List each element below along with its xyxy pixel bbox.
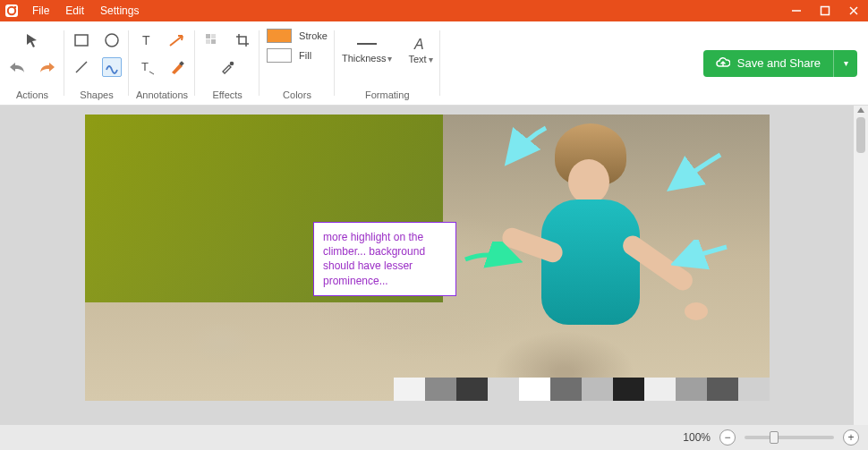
svg-line-9 [76,62,87,72]
svg-point-8 [106,34,118,47]
workspace: more highlight on the climber... backgro… [0,106,868,450]
svg-point-17 [230,62,234,66]
save-share-main[interactable]: Save and Share [703,50,834,77]
scroll-up-icon[interactable] [856,106,865,115]
highlighter-tool-icon[interactable] [167,57,187,77]
zoom-value: 100% [683,431,711,444]
save-share-dropdown[interactable]: ▾ [834,50,857,77]
window-controls [782,0,868,21]
save-share-label: Save and Share [737,56,821,70]
group-effects: Effects [195,21,260,105]
group-label-colors: Colors [283,88,311,103]
eyedropper-icon[interactable] [217,57,237,77]
menu-bar: File Edit Settings [25,2,146,20]
ribbon-toolbar: Actions Shapes T T Annotations [0,21,868,106]
svg-rect-16 [211,39,216,44]
group-label-formatting: Formating [365,88,410,103]
menu-settings[interactable]: Settings [93,2,146,20]
status-bar: 100% − + [0,425,868,450]
scroll-thumb[interactable] [856,117,865,153]
text-tool-icon[interactable]: T [137,30,157,50]
group-colors: Stroke Fill Colors [260,21,335,105]
group-actions: Actions [0,21,64,105]
crop-effect-icon[interactable] [233,30,252,50]
text-format-label: Text [408,54,426,64]
close-button[interactable] [839,0,868,21]
cloud-upload-icon [716,56,730,71]
arrow-tool-icon[interactable] [167,30,187,50]
svg-text:A: A [413,37,424,52]
group-label-annotations: Annotations [136,88,188,103]
group-formatting: Thickness▾ A Text▾ Formating [335,21,440,105]
chevron-down-icon: ▾ [844,58,848,68]
stroke-color-swatch[interactable] [267,29,292,43]
svg-rect-15 [206,39,210,44]
maximize-button[interactable] [811,0,839,21]
stroke-label: Stroke [299,30,328,41]
callout-tool-icon[interactable]: T [137,57,157,77]
zoom-slider[interactable] [745,436,834,439]
canvas[interactable]: more highlight on the climber... backgro… [85,115,770,401]
annotation-arrow-cyan-2[interactable] [667,150,729,195]
svg-rect-4 [821,7,830,15]
svg-text:T: T [142,33,150,47]
menu-file[interactable]: File [25,2,56,20]
text-format-menu[interactable]: A Text▾ [408,36,432,64]
group-label-actions: Actions [16,88,48,103]
zoom-out-button[interactable]: − [719,429,736,446]
annotation-arrow-cyan-1[interactable] [501,123,555,168]
svg-text:T: T [141,60,149,73]
chevron-down-icon: ▾ [387,54,392,64]
pixelation-strip [394,378,770,401]
svg-rect-7 [75,35,88,46]
svg-rect-13 [206,34,210,38]
annotation-arrow-cyan-3[interactable] [671,240,734,276]
thickness-menu[interactable]: Thickness▾ [342,37,393,64]
app-logo-icon [0,0,23,21]
rectangle-shape-icon[interactable] [72,30,91,50]
redo-icon[interactable] [38,57,57,77]
menu-edit[interactable]: Edit [58,2,91,20]
fill-label: Fill [299,50,311,61]
thickness-label: Thickness [342,53,387,64]
line-shape-icon[interactable] [72,57,91,77]
svg-rect-14 [211,34,216,38]
svg-point-2 [14,6,16,8]
ellipse-shape-icon[interactable] [102,30,122,50]
annotation-textbox[interactable]: more highlight on the climber... backgro… [313,222,456,296]
fill-color-swatch[interactable] [267,48,292,63]
vertical-scrollbar[interactable] [854,106,868,425]
pointer-tool-icon[interactable] [22,30,42,50]
group-shapes: Shapes [64,21,129,105]
blur-effect-icon[interactable] [202,30,222,50]
group-annotations: T T Annotations [129,21,195,105]
zoom-in-button[interactable]: + [843,429,859,446]
minimize-button[interactable] [782,0,811,21]
freehand-shape-icon[interactable] [102,57,122,77]
group-label-shapes: Shapes [80,88,113,103]
zoom-slider-knob[interactable] [770,431,779,444]
annotation-arrow-green[interactable] [461,242,523,277]
undo-icon[interactable] [7,57,27,77]
save-share-button: Save and Share ▾ [703,50,857,77]
chevron-down-icon: ▾ [429,55,433,64]
title-bar: File Edit Settings [0,0,868,21]
group-label-effects: Effects [212,88,242,103]
